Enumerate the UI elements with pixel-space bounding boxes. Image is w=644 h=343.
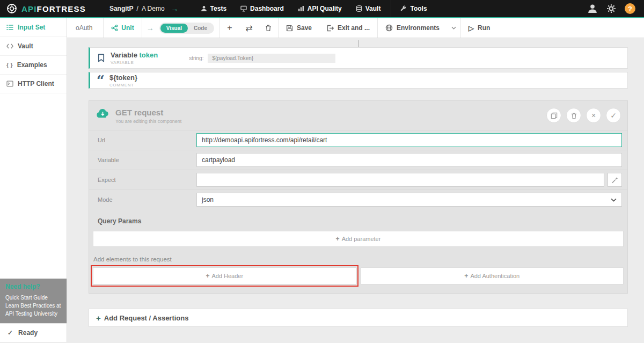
add-parameter-label: Add parameter	[342, 236, 381, 242]
component-variable[interactable]: Variable token VARIABLE string: ${payloa…	[89, 47, 628, 69]
nav-vault-label: Vault	[365, 5, 381, 12]
close-icon: ×	[591, 111, 596, 120]
sidebar-item-input-set[interactable]: Input Set	[0, 18, 67, 37]
save-button[interactable]: Save	[279, 18, 319, 38]
variable-string-label: string:	[189, 55, 203, 61]
field-row-mode: Mode json	[89, 189, 627, 209]
nav-tests[interactable]: Tests	[194, 0, 233, 17]
tab-oauth[interactable]: oAuth	[67, 18, 103, 38]
expect-field-label: Expect	[89, 177, 196, 183]
breadcrumb-user[interactable]: SangitP	[109, 5, 134, 12]
reorder-icon[interactable]: ⇄	[239, 18, 259, 38]
nav-api-quality[interactable]: API Quality	[291, 0, 349, 17]
toggle-code[interactable]: Code	[188, 24, 213, 33]
variable-string-value[interactable]: ${payload.Token}	[208, 54, 335, 63]
run-button[interactable]: ▷ Run	[461, 18, 497, 38]
add-header-button[interactable]: + Add Header	[93, 267, 356, 284]
nav-tools[interactable]: Tools	[391, 0, 435, 17]
mode-select-value: json	[202, 196, 214, 203]
confirm-edit-button[interactable]: ✓	[606, 108, 621, 123]
run-label: Run	[478, 24, 490, 32]
left-sidebar: Input Set Vault { } Examples HTTP Client…	[0, 18, 67, 342]
person-icon	[201, 5, 207, 12]
breadcrumb-project[interactable]: A Demo	[142, 5, 165, 12]
sidebar-item-vault[interactable]: Vault	[0, 37, 67, 56]
brand-title: APIFORTRESS	[21, 4, 86, 13]
nav-tools-label: Tools	[410, 5, 427, 12]
component-comment[interactable]: “ ${token} COMMENT	[89, 72, 628, 89]
help-icon[interactable]: ?	[625, 3, 635, 14]
field-row-url: Url	[89, 130, 627, 150]
duplicate-button[interactable]	[546, 108, 561, 123]
plus-icon: +	[464, 272, 468, 280]
delete-component-button[interactable]	[566, 108, 581, 123]
arrow-right-icon: →	[171, 4, 179, 13]
top-navigation-bar: APIFORTRESS SangitP / A Demo → Tests Das…	[0, 0, 644, 18]
add-authentication-button[interactable]: + Add Authentication	[361, 267, 624, 284]
mode-select[interactable]: json	[196, 193, 622, 207]
braces-icon: { }	[6, 62, 13, 68]
component-comment-type: COMMENT	[109, 83, 137, 87]
code-icon	[6, 43, 13, 49]
variable-string-group: string: ${payload.Token}	[189, 54, 335, 63]
add-request-assertions-label: Add Request / Assertions	[104, 314, 189, 322]
add-request-assertions-button[interactable]: + Add Request / Assertions	[89, 309, 628, 327]
add-parameter-button[interactable]: + Add parameter	[93, 231, 624, 247]
bookmark-icon	[97, 53, 106, 63]
breadcrumb: SangitP / A Demo →	[109, 4, 179, 13]
environments-dropdown[interactable]	[447, 18, 460, 38]
cancel-edit-button[interactable]: ×	[586, 108, 601, 123]
monitor-icon	[240, 5, 247, 12]
breadcrumb-separator: /	[137, 5, 138, 12]
play-icon: ▷	[469, 24, 474, 32]
sidebar-item-examples[interactable]: { } Examples	[0, 56, 67, 75]
apifortress-logo-icon	[6, 3, 17, 14]
toolbar-divider	[142, 18, 142, 38]
nav-tests-label: Tests	[210, 5, 226, 12]
environments-label: Environments	[397, 24, 440, 32]
sidebar-item-http-client[interactable]: HTTP Client	[0, 75, 67, 93]
bar-chart-icon	[298, 5, 304, 12]
nav-dashboard[interactable]: Dashboard	[233, 0, 291, 17]
expect-input[interactable]	[196, 173, 604, 187]
variable-title-prefix: Variable	[111, 51, 137, 59]
delete-button[interactable]	[259, 18, 278, 38]
editor-subtitle: You are editing this component	[115, 119, 546, 124]
expect-input-group	[196, 173, 622, 187]
help-link-quick-start[interactable]: Quick Start Guide	[5, 294, 61, 302]
need-help-title[interactable]: Need help?	[5, 283, 61, 290]
expect-magic-button[interactable]	[608, 173, 622, 187]
variable-input[interactable]	[196, 153, 622, 167]
help-link-university[interactable]: API Testing University	[5, 310, 61, 318]
help-link-best-practices[interactable]: Learn Best Practices at	[5, 302, 61, 310]
exit-button[interactable]: Exit and ...	[319, 18, 377, 38]
sidebar-item-label: Vault	[18, 42, 33, 50]
variable-field-label: Variable	[89, 157, 196, 163]
unit-selector[interactable]: Unit	[104, 18, 141, 38]
add-header-label: Add Header	[211, 273, 243, 279]
add-component-button[interactable]: +	[220, 18, 239, 38]
database-icon	[356, 5, 362, 12]
sidebar-item-label: Examples	[17, 61, 47, 69]
user-avatar-icon[interactable]	[587, 3, 598, 14]
url-input[interactable]	[196, 133, 622, 147]
field-row-expect: Expect	[89, 170, 627, 189]
url-field-label: Url	[89, 137, 196, 143]
gear-icon[interactable]	[606, 4, 616, 13]
cloud-download-icon	[96, 108, 110, 119]
sidebar-item-label: Input Set	[18, 24, 45, 31]
brand-api: API	[21, 4, 37, 13]
chevron-down-icon	[611, 198, 617, 202]
save-icon	[286, 25, 293, 32]
component-connector-line	[358, 40, 359, 47]
swap-icon: ⇄	[245, 23, 252, 33]
list-icon	[6, 24, 13, 31]
environments-button[interactable]: Environments	[378, 18, 447, 38]
toggle-visual[interactable]: Visual	[160, 24, 188, 33]
need-help-box: Need help? Quick Start Guide Learn Best …	[0, 279, 67, 323]
plus-icon: +	[206, 272, 209, 280]
nav-vault[interactable]: Vault	[349, 0, 388, 17]
add-elements-heading: Add elements to this request	[93, 256, 627, 262]
brand[interactable]: APIFORTRESS	[0, 0, 92, 17]
component-comment-titles: ${token} COMMENT	[109, 74, 137, 87]
